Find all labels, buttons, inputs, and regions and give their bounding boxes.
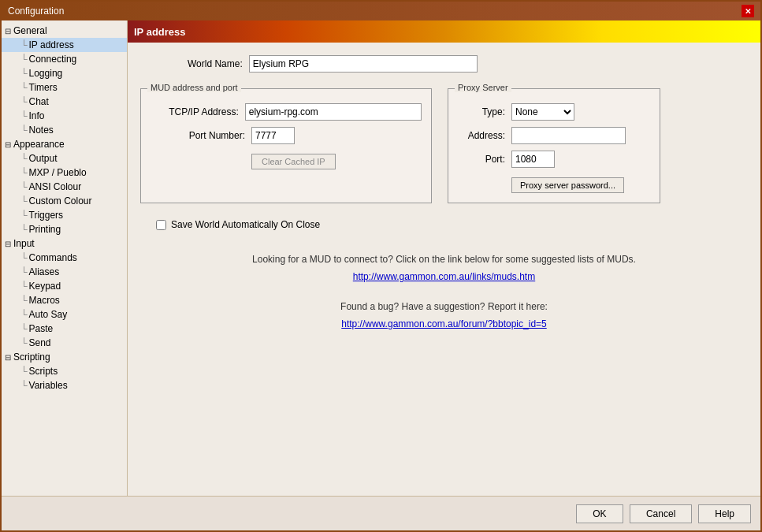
proxy-type-select[interactable]: None SOCKS4 SOCKS5 HTTP (511, 103, 574, 121)
tree-line: └ (20, 224, 28, 235)
sidebar-label-ansi-colour: ANSI Colour (29, 181, 82, 192)
titlebar: Configuration ✕ (2, 2, 760, 20)
sidebar-item-mxp-pueblo[interactable]: └ MXP / Pueblo (2, 166, 127, 180)
port-label: Port Number: (151, 130, 245, 141)
sidebar-item-scripting[interactable]: ⊟ Scripting (2, 350, 127, 364)
proxy-port-input[interactable] (511, 151, 555, 168)
sidebar-label-info: Info (29, 110, 45, 121)
sidebar-item-paste[interactable]: └ Paste (2, 322, 127, 336)
info-block-2: Found a bug? Have a suggestion? Report i… (140, 301, 748, 329)
clear-cached-button[interactable]: Clear Cached IP (251, 154, 336, 169)
tree-line: └ (20, 68, 28, 79)
mud-group: MUD address and port TCP/IP Address: Por… (140, 88, 432, 203)
sidebar-label-commands: Commands (29, 252, 77, 263)
sidebar-item-ip-address[interactable]: └ IP address (2, 38, 127, 52)
section-header: IP address (128, 20, 760, 43)
sidebar-item-printing[interactable]: └ Printing (2, 222, 127, 236)
mud-group-title: MUD address and port (147, 83, 241, 92)
sidebar-item-scripts[interactable]: └ Scripts (2, 364, 127, 378)
sidebar-item-output[interactable]: └ Output (2, 151, 127, 166)
proxy-address-input[interactable] (511, 127, 626, 144)
info-link-1[interactable]: http://www.gammon.com.au/links/muds.htm (353, 271, 535, 282)
close-button[interactable]: ✕ (742, 5, 754, 17)
tree-line: └ (20, 309, 28, 320)
cancel-button[interactable]: Cancel (630, 504, 692, 523)
tree-line: └ (20, 366, 28, 377)
sidebar-label-paste: Paste (29, 323, 54, 334)
content-area: ⊟ General └ IP address └ Connecting └ Lo… (2, 20, 760, 496)
sidebar-item-notes[interactable]: └ Notes (2, 123, 127, 137)
tree-line: └ (20, 96, 28, 107)
sidebar-item-logging[interactable]: └ Logging (2, 66, 127, 80)
sidebar-item-custom-colour[interactable]: └ Custom Colour (2, 194, 127, 208)
ok-button[interactable]: OK (576, 504, 623, 523)
sidebar-item-auto-say[interactable]: └ Auto Say (2, 307, 127, 322)
main-panel: IP address World Name: MUD address and p… (128, 20, 760, 496)
expand-icon-scripting: ⊟ (5, 353, 11, 362)
info-link-2[interactable]: http://www.gammon.com.au/forum/?bbtopic_… (341, 318, 546, 329)
sidebar-item-macros[interactable]: └ Macros (2, 293, 127, 307)
sidebar-label-scripts: Scripts (29, 366, 58, 377)
sidebar-label-mxp-pueblo: MXP / Pueblo (29, 167, 87, 178)
tree-line: └ (20, 82, 28, 93)
sidebar-item-connecting[interactable]: └ Connecting (2, 52, 127, 66)
sidebar-item-variables[interactable]: └ Variables (2, 378, 127, 392)
sidebar-item-appearance[interactable]: ⊟ Appearance (2, 137, 127, 151)
proxy-address-label: Address: (458, 130, 505, 141)
world-name-row: World Name: (188, 55, 748, 73)
sidebar-item-timers[interactable]: └ Timers (2, 80, 127, 95)
info-text-2: Found a bug? Have a suggestion? Report i… (140, 301, 748, 312)
proxy-port-row: Port: (458, 151, 650, 168)
clear-cached-row: Clear Cached IP (151, 151, 422, 169)
info-text-1: Looking for a MUD to connect to? Click o… (140, 254, 748, 265)
sidebar-item-send[interactable]: └ Send (2, 336, 127, 350)
sidebar-item-ansi-colour[interactable]: └ ANSI Colour (2, 180, 127, 194)
proxy-password-button[interactable]: Proxy server password... (511, 177, 624, 193)
tree-line: └ (20, 181, 28, 192)
tcp-input[interactable] (245, 103, 422, 121)
save-checkbox-label: Save World Automatically On Close (171, 219, 320, 230)
sidebar: ⊟ General └ IP address └ Connecting └ Lo… (2, 20, 128, 496)
configuration-window: Configuration ✕ ⊟ General └ IP address └… (0, 0, 762, 532)
sidebar-label-general: General (13, 25, 47, 36)
sidebar-item-input[interactable]: ⊟ Input (2, 236, 127, 251)
section-header-text: IP address (134, 26, 186, 38)
sidebar-label-scripting: Scripting (13, 352, 50, 363)
sidebar-label-input: Input (13, 238, 35, 249)
sidebar-label-timers: Timers (29, 82, 58, 93)
sidebar-item-triggers[interactable]: └ Triggers (2, 208, 127, 222)
world-name-input[interactable] (249, 55, 478, 73)
tcp-row: TCP/IP Address: (151, 103, 422, 121)
tree-line: └ (20, 195, 28, 206)
tree-line: └ (20, 153, 28, 164)
sidebar-label-logging: Logging (29, 68, 63, 79)
tree-line: └ (20, 295, 28, 306)
sidebar-label-macros: Macros (29, 295, 60, 306)
proxy-type-row: Type: None SOCKS4 SOCKS5 HTTP (458, 103, 650, 121)
window-title: Configuration (8, 6, 64, 17)
sidebar-label-connecting: Connecting (29, 54, 77, 65)
tree-line: └ (20, 125, 28, 136)
sidebar-item-chat[interactable]: └ Chat (2, 95, 127, 109)
sidebar-item-commands[interactable]: └ Commands (2, 251, 127, 265)
sidebar-item-general[interactable]: ⊟ General (2, 24, 127, 38)
tree-line: └ (20, 110, 28, 121)
tree-line: └ (20, 323, 28, 334)
sidebar-label-keypad: Keypad (29, 281, 61, 292)
sidebar-label-auto-say: Auto Say (29, 309, 68, 320)
sidebar-item-keypad[interactable]: └ Keypad (2, 279, 127, 293)
sidebar-label-aliases: Aliases (29, 266, 60, 277)
world-name-label: World Name: (188, 58, 243, 69)
port-input[interactable] (251, 127, 295, 144)
sidebar-item-aliases[interactable]: └ Aliases (2, 265, 127, 279)
proxy-password-row: Proxy server password... (458, 174, 650, 193)
tree-line: └ (20, 54, 28, 65)
sidebar-item-info[interactable]: └ Info (2, 109, 127, 123)
save-checkbox-row: Save World Automatically On Close (156, 219, 748, 230)
tcp-label: TCP/IP Address: (151, 106, 239, 117)
help-button[interactable]: Help (698, 504, 751, 523)
tree-line: └ (20, 266, 28, 277)
sidebar-label-custom-colour: Custom Colour (29, 195, 92, 206)
save-checkbox[interactable] (156, 220, 166, 230)
panels-row: MUD address and port TCP/IP Address: Por… (140, 88, 748, 203)
